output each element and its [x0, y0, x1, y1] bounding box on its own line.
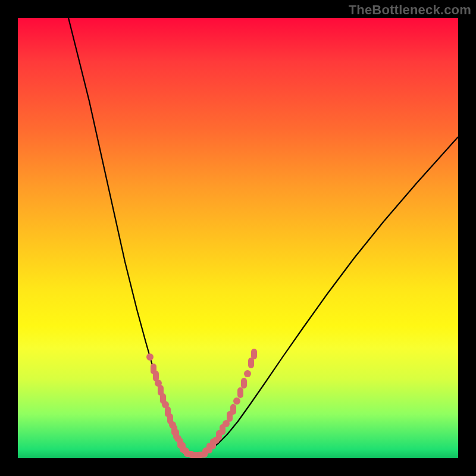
watermark: TheBottleneck.com: [349, 2, 471, 18]
curve-markers: [146, 349, 257, 458]
svg-point-28: [244, 370, 251, 377]
svg-point-0: [146, 353, 154, 361]
curve-left: [68, 18, 196, 455]
svg-rect-30: [251, 349, 257, 359]
chart-svg: [18, 18, 458, 458]
svg-point-25: [233, 397, 240, 405]
svg-rect-24: [230, 404, 236, 415]
svg-rect-26: [237, 387, 243, 398]
svg-rect-27: [241, 378, 247, 389]
chart-area: [18, 18, 458, 458]
svg-rect-34: [197, 452, 208, 458]
